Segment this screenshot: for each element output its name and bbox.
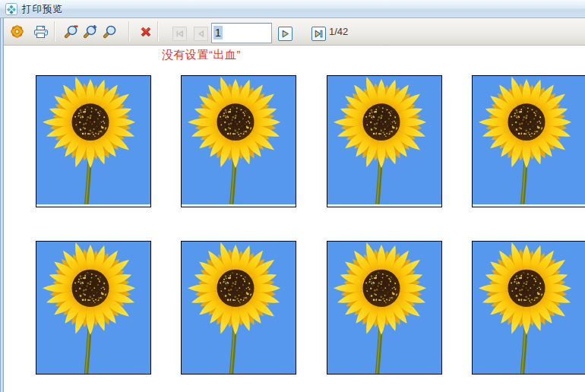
zoom-button[interactable]	[100, 21, 119, 42]
window-left-border	[0, 18, 4, 392]
settings-button[interactable]	[7, 21, 27, 42]
red-x-icon	[139, 25, 153, 39]
sunflower-photo	[327, 75, 442, 207]
photo-bottom-edge	[182, 204, 296, 207]
toolbar-separator	[157, 21, 159, 42]
sunflower-photo	[472, 241, 585, 375]
toolbar: 1 1/42	[0, 18, 585, 46]
sunflower-photo	[36, 241, 151, 375]
title-bar: 打印预览	[0, 0, 585, 18]
bleed-warning-text: 没有设置“出血”	[162, 48, 241, 62]
photo-bottom-edge	[36, 204, 150, 207]
print-preview-window: 打印预览	[0, 0, 585, 392]
page-number-input[interactable]: 1	[211, 23, 272, 43]
sunflower-photo	[181, 241, 296, 375]
photo-bottom-edge	[473, 204, 585, 207]
toolbar-separator	[54, 21, 55, 42]
page-indicator: 1/42	[329, 18, 348, 46]
next-page-icon	[280, 28, 291, 40]
window-title: 打印预览	[22, 3, 63, 16]
sunflower-photo	[472, 75, 585, 207]
print-button[interactable]	[31, 21, 51, 42]
prev-page-icon	[195, 28, 207, 40]
page-number-value: 1	[213, 26, 223, 40]
zoom-in-icon	[83, 24, 97, 39]
sunflower-photo	[327, 241, 442, 375]
magnifier-icon	[103, 24, 117, 39]
zoom-in-button[interactable]	[80, 21, 100, 42]
sunflower-photo	[36, 75, 151, 207]
gear-icon	[10, 24, 24, 39]
sunflower-photo	[181, 75, 296, 207]
app-logo-icon	[5, 3, 17, 15]
last-page-icon	[313, 28, 324, 40]
prev-page-button	[194, 27, 208, 41]
photo-bottom-edge	[327, 204, 441, 207]
printer-icon	[33, 25, 49, 39]
first-page-button	[172, 27, 187, 41]
first-page-icon	[174, 28, 185, 40]
zoom-out-button[interactable]	[61, 21, 81, 42]
close-button[interactable]	[136, 21, 156, 42]
last-page-button[interactable]	[311, 27, 326, 41]
next-page-button[interactable]	[278, 27, 292, 41]
toolbar-separator	[128, 21, 130, 42]
zoom-out-icon	[64, 24, 78, 39]
